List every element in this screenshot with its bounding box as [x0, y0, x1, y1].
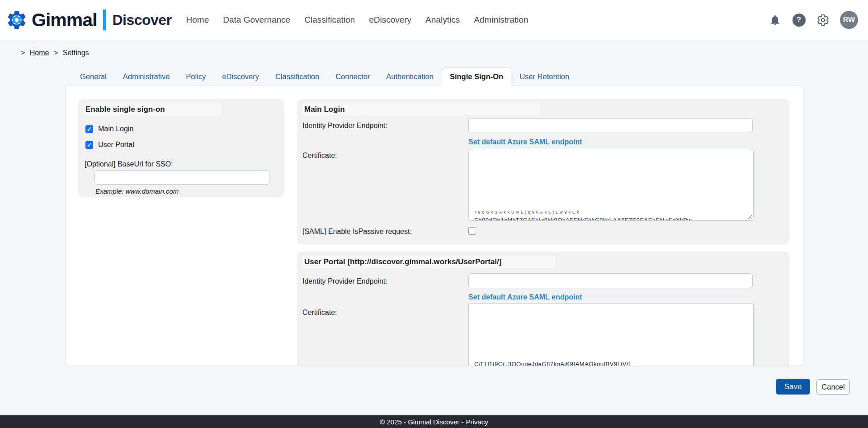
tab-user-retention[interactable]: User Retention — [511, 67, 577, 85]
check-icon: ✓ — [87, 142, 92, 148]
tab-authentication[interactable]: Authentication — [378, 67, 442, 85]
breadcrumb-current: Settings — [63, 49, 89, 57]
tab-classification[interactable]: Classification — [267, 67, 327, 85]
main-login-checkbox[interactable]: ✓ — [85, 125, 93, 133]
tab-administrative[interactable]: Administrative — [115, 67, 178, 85]
footer-privacy-link[interactable]: Privacy — [466, 418, 488, 426]
main-login-option-label: Main Login — [98, 125, 133, 133]
saml-ispassive-label: [SAML] Enable IsPassive request: — [302, 228, 412, 236]
settings-gear-icon[interactable] — [816, 13, 830, 27]
tab-connector[interactable]: Connector — [327, 67, 378, 85]
settings-tabs: General Administrative Policy eDiscovery… — [72, 67, 577, 85]
cancel-button[interactable]: Cancel — [816, 379, 850, 395]
tab-single-sign-on[interactable]: Single Sign-On — [442, 67, 511, 86]
user-portal-idp-label: Identity Provider Endpoint: — [302, 277, 387, 285]
user-portal-title: User Portal [http://discover.gimmal.work… — [304, 257, 501, 266]
baseurl-label: [Optional] BaseUrl for SSO: — [85, 160, 173, 168]
nav-analytics[interactable]: Analytics — [425, 15, 460, 25]
brand-name: Gimmal — [32, 10, 97, 31]
nav-administration[interactable]: Administration — [474, 15, 528, 25]
textarea-resize-handle-icon[interactable] — [746, 214, 752, 219]
main-login-option-row: ✓ Main Login — [85, 125, 133, 133]
user-portal-azure-saml-link[interactable]: Set default Azure SAML endpoint — [468, 293, 582, 301]
baseurl-hint: Example: www.domain.com — [95, 187, 179, 195]
main-login-certificate-textarea[interactable]: t9qGc1AkkDwEjq9kAkEjLw9kEk Eh99dQb1cMkT7… — [468, 149, 754, 221]
app-footer: © 2025 - Gimmal Discover - Privacy — [0, 415, 868, 428]
notifications-bell-icon[interactable] — [768, 13, 782, 27]
help-glyph: ? — [797, 15, 801, 24]
certificate-clipped-line-faint: t9qGc1AkkDwEjq9kAkEjLw9kEk — [475, 210, 581, 214]
user-portal-certificate-textarea[interactable]: C/EH1t9Gj+3OQogeJdaG87kgAiK9fAMAOkgufBV9… — [468, 303, 754, 366]
nav-data-governance[interactable]: Data Governance — [223, 15, 290, 25]
user-portal-option-label: User Portal — [98, 141, 134, 149]
footer-copyright: © 2025 - Gimmal Discover - — [380, 418, 463, 426]
app-logo[interactable]: Gimmal Discover — [5, 9, 172, 31]
app-header: Gimmal Discover Home Data Governance Cla… — [0, 0, 868, 40]
tab-ediscovery[interactable]: eDiscovery — [214, 67, 267, 85]
nav-home[interactable]: Home — [186, 15, 209, 25]
breadcrumb-lead: > — [21, 49, 25, 57]
certificate-clipped-line: C/EH1t9Gj+3OQogeJdaG87kgAiK9fAMAOkgufBV9… — [474, 361, 630, 366]
main-login-idp-input[interactable] — [468, 118, 753, 133]
baseurl-input[interactable] — [94, 170, 269, 185]
avatar-initials: RW — [843, 16, 855, 24]
main-login-title: Main Login — [304, 105, 345, 114]
help-icon[interactable]: ? — [792, 13, 806, 27]
user-portal-option-row: ✓ User Portal — [85, 141, 134, 149]
main-nav: Home Data Governance Classification eDis… — [186, 15, 528, 25]
user-portal-card: User Portal [http://discover.gimmal.work… — [297, 252, 789, 366]
user-portal-idp-input[interactable] — [468, 273, 753, 288]
main-login-card: Main Login Identity Provider Endpoint: S… — [297, 99, 789, 244]
tab-general[interactable]: General — [72, 67, 115, 85]
brand-divider — [103, 10, 106, 30]
user-avatar[interactable]: RW — [840, 11, 858, 29]
main-login-azure-saml-link[interactable]: Set default Azure SAML endpoint — [468, 138, 582, 146]
certificate-clipped-line: Eh99dQb1cMkT7G4EkLr9kk9OkAEEkkEkkG9kkLAA… — [474, 217, 692, 221]
saml-ispassive-checkbox[interactable] — [468, 227, 476, 235]
breadcrumb-separator: > — [54, 49, 58, 57]
tab-policy[interactable]: Policy — [178, 67, 214, 85]
main-login-cert-label: Certificate: — [302, 152, 337, 160]
header-icons: ? RW — [768, 11, 858, 29]
enable-sso-card: Enable single sign-on ✓ Main Login ✓ Use… — [78, 99, 284, 197]
main-login-idp-label: Identity Provider Endpoint: — [302, 122, 387, 130]
nav-ediscovery[interactable]: eDiscovery — [369, 15, 411, 25]
enable-sso-title: Enable single sign-on — [85, 105, 165, 114]
nav-classification[interactable]: Classification — [304, 15, 355, 25]
product-name: Discover — [112, 12, 171, 29]
user-portal-cert-label: Certificate: — [302, 309, 337, 317]
breadcrumb-home-link[interactable]: Home — [30, 49, 49, 57]
save-button[interactable]: Save — [776, 379, 810, 395]
single-sign-on-panel: Enable single sign-on ✓ Main Login ✓ Use… — [66, 85, 803, 366]
user-portal-checkbox[interactable]: ✓ — [85, 141, 93, 149]
gimmal-gear-logo-icon — [5, 9, 28, 31]
check-icon: ✓ — [87, 126, 92, 133]
breadcrumb: > Home > Settings — [18, 49, 89, 57]
